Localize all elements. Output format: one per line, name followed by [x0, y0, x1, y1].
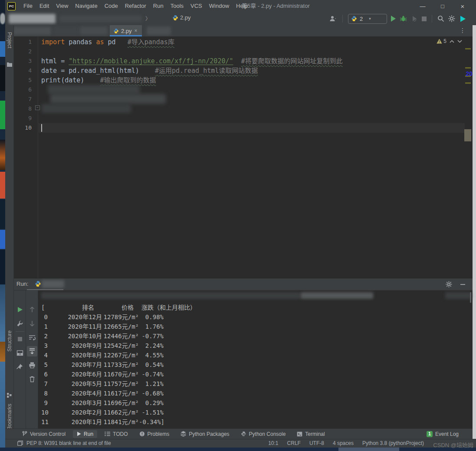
code-token-kw: import — [41, 38, 65, 46]
scroll-to-end-icon[interactable] — [29, 348, 36, 355]
debug-button[interactable] — [400, 15, 407, 22]
tool-button-structure[interactable]: Structure — [7, 330, 13, 352]
menu-item-edit[interactable]: Edit — [36, 0, 53, 12]
rerun-button[interactable] — [16, 306, 23, 313]
breadcrumb-file[interactable]: 2.py — [172, 14, 191, 21]
plugin-logo-icon[interactable] — [459, 15, 466, 23]
todo-list-icon — [105, 431, 110, 436]
console-scrollbar-thumb[interactable] — [470, 292, 471, 303]
output-row-9: 92020年3月11696元/m²0.29% — [41, 398, 471, 408]
tool-button-run[interactable]: Run — [73, 430, 97, 438]
caret-position[interactable]: 10:1 — [268, 440, 278, 446]
left-tool-strip: Project Structure Bookmarks — [5, 25, 14, 439]
edit-wrench-icon[interactable] — [16, 320, 23, 327]
tool-button-python-packages[interactable]: Python Packages — [177, 430, 233, 438]
tool-button-problems[interactable]: Problems — [135, 430, 174, 438]
close-button[interactable]: × — [459, 3, 466, 10]
tab-options-icon[interactable]: ⋮ — [460, 27, 466, 34]
output-cell-change: 2.24% — [139, 341, 164, 350]
run-configuration-select[interactable]: 2 ▾ — [348, 14, 387, 24]
output-cell-idx: 3 — [41, 341, 48, 350]
file-encoding[interactable]: UTF-8 — [309, 440, 324, 446]
output-cell-price: 11617元/m² — [102, 389, 139, 398]
line-number-8: 8 — [14, 104, 38, 114]
panel-toggle-icon[interactable] — [17, 441, 23, 446]
tool-button-version-control[interactable]: Version Control — [18, 430, 69, 438]
pin-icon[interactable] — [16, 363, 23, 370]
code-token-comment: #导入pandas库 — [128, 38, 174, 46]
tab-2py[interactable]: 2.py × — [110, 25, 142, 36]
next-warning-icon[interactable] — [457, 40, 462, 43]
fold-marker-icon[interactable]: − — [35, 105, 40, 110]
line-number-10: 10 — [14, 123, 38, 133]
line-ending[interactable]: CRLF — [287, 440, 301, 446]
clear-all-trash-icon[interactable] — [29, 376, 36, 382]
code-line-3[interactable]: html = "https://mobile.anjuke.com/xf/fj-… — [41, 56, 343, 66]
code-line-1[interactable]: import pandas as pd #导入pandas库 — [41, 37, 174, 47]
menu-item-file[interactable]: File — [20, 0, 36, 12]
main-toolbar: 〉 2.py 2 ▾ — [5, 12, 476, 25]
menu-item-tools[interactable]: Tools — [167, 0, 187, 12]
output-cell-price: 12665元/m² — [102, 322, 139, 331]
menu-item-refactor[interactable]: Refactor — [121, 0, 150, 12]
prev-warning-icon[interactable] — [450, 40, 454, 43]
output-cell-idx: 5 — [41, 360, 48, 369]
code-token-comment: #将要爬取数据的网站网址复制到此 — [241, 57, 343, 65]
restore-layout-icon[interactable] — [16, 350, 23, 356]
run-with-coverage-icon — [411, 15, 418, 22]
output-cell-idx: 8 — [41, 389, 48, 398]
output-row-8: 82020年4月11617元/m²-0.68% — [41, 389, 471, 398]
tool-button-todo[interactable]: TODO — [101, 430, 131, 438]
breadcrumb-chevron-icon: 〉 — [145, 15, 151, 22]
warning-stripe-mark[interactable] — [465, 82, 471, 84]
output-cell-month: 2020年1月 — [48, 417, 102, 427]
menu-item-navigate[interactable]: Navigate — [72, 0, 101, 12]
tool-button-label: Version Control — [30, 431, 66, 437]
menu-item-run[interactable]: Run — [150, 0, 167, 12]
run-console-output[interactable]: [ 排名 价格 涨跌（和上月相比） 02020年12月12789元/m²0.98… — [38, 291, 471, 429]
menu-item-view[interactable]: View — [53, 0, 72, 12]
search-everywhere-icon[interactable] — [437, 15, 444, 22]
current-line-highlight — [39, 123, 465, 133]
run-button[interactable] — [391, 16, 396, 22]
hide-panel-icon[interactable] — [460, 281, 466, 287]
soft-wrap-icon[interactable] — [29, 334, 36, 341]
tool-button-python-console[interactable]: Python Console — [237, 430, 290, 438]
print-icon[interactable] — [29, 362, 36, 369]
warning-stripe-mark[interactable] — [465, 67, 471, 69]
code-editor[interactable]: 12345678910 import pandas as pd #导入panda… — [14, 36, 473, 278]
menu-item-vcs[interactable]: VCS — [187, 0, 206, 12]
menu-item-code[interactable]: Code — [101, 0, 121, 12]
warning-stripe-mark[interactable] — [465, 48, 471, 49]
code-line-5[interactable]: print(date) #输出爬取到的数据 — [41, 75, 156, 85]
line-number-7: 7 — [14, 95, 38, 104]
output-cell-month: 2020年8月 — [48, 350, 102, 360]
toolbar-right-group: 2 ▾ — [329, 13, 466, 24]
python-interpreter[interactable]: Python 3.8 (pythonProject) — [362, 440, 424, 446]
toolbar-separator — [432, 15, 432, 23]
tool-button-bookmarks[interactable]: Bookmarks — [7, 404, 13, 430]
run-settings-gear-icon[interactable] — [446, 281, 452, 288]
tool-button-project[interactable]: Project — [7, 32, 13, 48]
tab-close-icon[interactable]: × — [135, 28, 138, 34]
menu-item-window[interactable]: Window — [206, 0, 233, 12]
indent-setting[interactable]: 4 spaces — [333, 440, 354, 446]
output-cell-change: 1.21% — [139, 379, 164, 389]
pycharm-logo-icon: PC — [7, 2, 16, 10]
output-cell-price: 12267元/m² — [102, 350, 139, 360]
maximize-button[interactable]: □ — [439, 3, 446, 10]
output-cell-idx: 11 — [41, 417, 48, 427]
settings-gear-icon[interactable] — [448, 15, 455, 22]
event-log-button[interactable]: 1 Event Log — [427, 431, 459, 437]
code-line-4[interactable]: date = pd.read_html(html) #运用pd.read_htm… — [41, 66, 258, 75]
inspection-widget[interactable]: 5 — [437, 38, 462, 44]
desktop-edge-strip — [0, 0, 5, 451]
packages-icon — [181, 431, 186, 437]
python-icon — [35, 281, 41, 287]
user-account-icon[interactable] — [329, 15, 337, 22]
minimize-button[interactable]: — — [419, 3, 427, 10]
editor-scrollbar-thumb[interactable] — [464, 129, 471, 141]
tool-button-terminal[interactable]: Terminal — [293, 430, 328, 438]
output-cell-month: 2020年7月 — [48, 360, 102, 369]
output-cell-month: 2020年12月 — [48, 312, 102, 322]
